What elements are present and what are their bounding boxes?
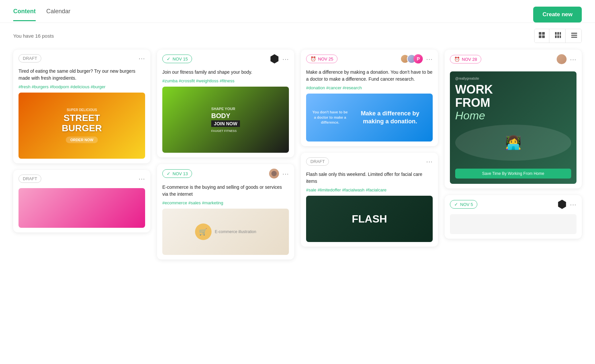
card-fitness-body: Join our fitness family and shape your b… — [157, 66, 294, 157]
card-cancer-hashtags: #donation #cancer #research — [306, 85, 433, 90]
card-nov5: ✓ NOV 5 ··· — [445, 195, 582, 239]
card-flash-image: FLASH — [306, 196, 433, 242]
card-nov5-image-placeholder — [450, 214, 576, 234]
card-wfh-image: @reallygreatsite WORKFROM Home 👩‍💻 Save … — [450, 71, 576, 184]
platform-group: P — [400, 54, 423, 63]
card-flash-body: Flash sale only this weekend. Limited of… — [301, 168, 438, 247]
card-wfh: ⏰ NOV 28 ··· @reallygreatsite WORKFROM H… — [445, 50, 582, 188]
list-icon — [571, 32, 577, 38]
card-flash-badge: DRAFT — [306, 157, 329, 166]
card-fitness-date: NOV 15 — [173, 57, 188, 61]
tab-bar: Content Calendar — [13, 8, 70, 21]
grid-large-icon — [538, 32, 545, 38]
card-cancer-header: ⏰ NOV 25 P ··· — [301, 50, 438, 66]
card-nov5-body — [445, 212, 582, 239]
card-ecommerce: ✓ NOV 13 ··· E-commerce is the buying an… — [157, 164, 294, 260]
card-fitness-more-button[interactable]: ··· — [282, 55, 289, 63]
card-ecommerce-hashtags: #ecommerce #sales #marketing — [162, 200, 289, 205]
check-icon: ✓ — [167, 56, 171, 61]
card-flash-actions: ··· — [426, 158, 433, 165]
card-nov5-header: ✓ NOV 5 ··· — [445, 195, 582, 212]
card-cancer-more-button[interactable]: ··· — [426, 55, 433, 63]
card-fitness-image: SHAPE YOUR BODYJOIN NOW FAUGET FITNESS — [162, 87, 289, 153]
card-cancer-body: Make a difference by making a donation. … — [301, 66, 438, 146]
card-wfh-badge: ⏰ NOV 28 — [450, 55, 481, 63]
card-ecommerce-more-button[interactable]: ··· — [282, 170, 289, 178]
tab-content[interactable]: Content — [13, 8, 36, 21]
svg-rect-8 — [557, 35, 559, 38]
card-fitness-platforms — [270, 54, 279, 63]
card-pink-body — [13, 185, 150, 232]
draft-label-3: DRAFT — [310, 159, 325, 164]
card-pink-image — [19, 188, 145, 228]
platform-hex-icon — [270, 54, 279, 63]
card-ecommerce-actions: ··· — [269, 169, 289, 179]
svg-rect-6 — [560, 32, 561, 35]
card-ecommerce-header: ✓ NOV 13 ··· — [157, 164, 294, 181]
card-burger: DRAFT ··· Tired of eating the same old b… — [13, 50, 150, 163]
svg-rect-3 — [542, 35, 545, 38]
card-ecommerce-badge: ✓ NOV 13 — [162, 169, 192, 178]
card-pink-more-button[interactable]: ··· — [139, 175, 145, 182]
grid-medium-icon — [555, 32, 561, 38]
card-cancer-badge: ⏰ NOV 25 — [306, 55, 337, 63]
card-wfh-header: ⏰ NOV 28 ··· — [445, 50, 582, 67]
draft-label: DRAFT — [23, 56, 37, 61]
card-burger-text: Tired of eating the same old burger? Try… — [19, 68, 145, 82]
column-3: ⏰ NOV 25 P ··· Make a difference by mak — [301, 50, 438, 260]
card-cancer-platforms: P — [400, 54, 423, 63]
wfh-cta-button: Save Time By Working From Home — [455, 169, 571, 179]
card-ecommerce-text: E-commerce is the buying and selling of … — [162, 184, 289, 198]
card-flash-more-button[interactable]: ··· — [426, 158, 433, 165]
card-pink-badge: DRAFT — [19, 175, 41, 183]
card-fitness-badge: ✓ NOV 15 — [162, 55, 192, 63]
svg-rect-5 — [557, 32, 559, 35]
card-pink-draft: DRAFT ··· — [13, 170, 150, 232]
card-pink-actions: ··· — [139, 175, 145, 182]
draft-label-2: DRAFT — [23, 176, 37, 181]
svg-rect-1 — [542, 32, 545, 35]
card-cancer-date: NOV 25 — [318, 57, 333, 61]
card-cancer-text: Make a difference by making a donation. … — [306, 69, 433, 83]
card-fitness-actions: ··· — [270, 54, 289, 63]
card-cancer: ⏰ NOV 25 P ··· Make a difference by mak — [301, 50, 438, 146]
view-toggle-grid-large[interactable] — [535, 29, 549, 43]
svg-rect-0 — [539, 32, 541, 35]
create-new-button[interactable]: Create new — [533, 7, 582, 22]
tab-calendar[interactable]: Calendar — [46, 8, 70, 21]
view-toggle-grid-medium[interactable] — [551, 29, 566, 43]
card-wfh-date: NOV 28 — [462, 57, 477, 62]
card-fitness: ✓ NOV 15 ··· Join our fitness family and… — [157, 50, 294, 157]
card-pink-header: DRAFT ··· — [13, 170, 150, 185]
card-wfh-body: @reallygreatsite WORKFROM Home 👩‍💻 Save … — [445, 67, 582, 188]
svg-rect-10 — [571, 33, 577, 34]
card-nov5-more-button[interactable]: ··· — [570, 201, 576, 208]
svg-rect-9 — [560, 35, 561, 38]
content-grid: DRAFT ··· Tired of eating the same old b… — [0, 46, 595, 273]
card-ecommerce-body: E-commerce is the buying and selling of … — [157, 181, 294, 260]
header: Content Calendar Create new — [0, 0, 595, 23]
column-1: DRAFT ··· Tired of eating the same old b… — [13, 50, 150, 260]
card-burger-body: Tired of eating the same old burger? Try… — [13, 65, 150, 163]
card-cancer-actions: P ··· — [400, 54, 433, 63]
svg-rect-4 — [555, 32, 557, 35]
platform-face-wfh — [557, 54, 567, 64]
card-cancer-image: You don't have to be a doctor to make a … — [306, 94, 433, 142]
svg-rect-7 — [555, 35, 557, 38]
card-nov5-date: NOV 5 — [460, 202, 473, 207]
card-wfh-more-button[interactable]: ··· — [570, 56, 576, 63]
card-burger-header: DRAFT ··· — [13, 50, 150, 65]
card-burger-badge: DRAFT — [19, 54, 41, 62]
card-flash-header: DRAFT ··· — [301, 153, 438, 168]
card-burger-hashtags: #fresh #burgers #foodporn #delicious #bu… — [19, 84, 145, 89]
view-toggles — [534, 29, 582, 43]
card-burger-more-button[interactable]: ··· — [139, 55, 145, 62]
view-toggle-list[interactable] — [567, 29, 581, 43]
card-burger-image: SUPER DELICIOUS STREETBURGER ORDER NOW — [19, 93, 145, 159]
card-nov5-actions: ··· — [557, 200, 576, 209]
card-flash: DRAFT ··· Flash sale only this weekend. … — [301, 153, 438, 247]
card-ecommerce-image: 🛒 E-commerce illustration — [162, 209, 289, 255]
card-flash-hashtags: #sale #limitedoffer #facialwash #facialc… — [306, 187, 433, 192]
platform-face-icon — [269, 169, 279, 179]
platform-p-icon: P — [414, 54, 423, 63]
